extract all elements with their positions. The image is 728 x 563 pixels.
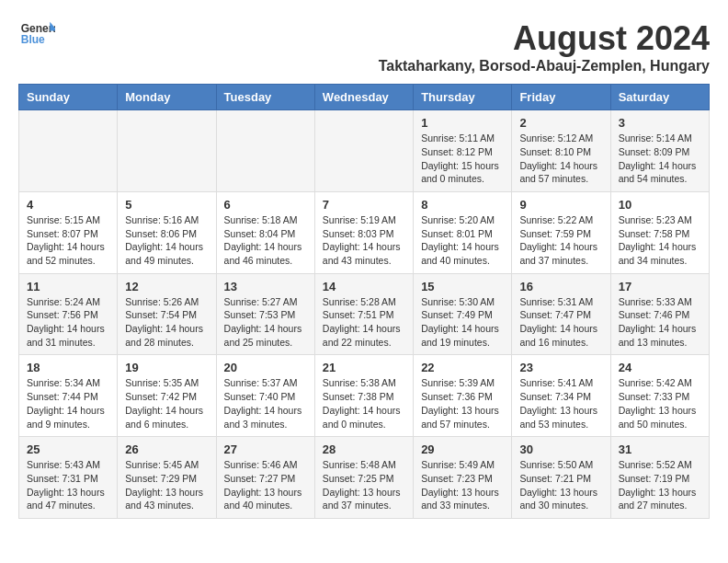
day-info: Sunrise: 5:46 AM Sunset: 7:27 PM Dayligh… <box>224 458 307 512</box>
calendar-cell: 25Sunrise: 5:43 AM Sunset: 7:31 PM Dayli… <box>19 437 118 519</box>
calendar-cell: 31Sunrise: 5:52 AM Sunset: 7:19 PM Dayli… <box>610 437 709 519</box>
day-number: 27 <box>224 442 307 456</box>
calendar-cell: 21Sunrise: 5:38 AM Sunset: 7:38 PM Dayli… <box>314 355 413 437</box>
day-number: 3 <box>619 116 701 130</box>
day-info: Sunrise: 5:33 AM Sunset: 7:46 PM Dayligh… <box>619 295 701 350</box>
calendar-cell: 28Sunrise: 5:48 AM Sunset: 7:25 PM Dayli… <box>314 437 413 519</box>
day-info: Sunrise: 5:50 AM Sunset: 7:21 PM Dayligh… <box>519 458 602 512</box>
day-info: Sunrise: 5:49 AM Sunset: 7:23 PM Dayligh… <box>421 458 504 512</box>
calendar-week-row: 11Sunrise: 5:24 AM Sunset: 7:56 PM Dayli… <box>19 273 710 355</box>
calendar-cell: 22Sunrise: 5:39 AM Sunset: 7:36 PM Dayli… <box>414 355 512 437</box>
calendar-cell: 30Sunrise: 5:50 AM Sunset: 7:21 PM Dayli… <box>512 437 610 519</box>
day-info: Sunrise: 5:48 AM Sunset: 7:25 PM Dayligh… <box>323 458 405 512</box>
calendar-cell: 6Sunrise: 5:18 AM Sunset: 8:04 PM Daylig… <box>216 191 314 273</box>
day-number: 23 <box>519 361 602 374</box>
day-number: 20 <box>224 361 307 374</box>
title-section: August 2024 Taktaharkany, Borsod-Abauj-Z… <box>379 18 710 75</box>
calendar-cell: 3Sunrise: 5:14 AM Sunset: 8:09 PM Daylig… <box>610 110 709 192</box>
day-info: Sunrise: 5:42 AM Sunset: 7:33 PM Dayligh… <box>619 376 701 431</box>
day-number: 6 <box>224 198 307 212</box>
day-info: Sunrise: 5:35 AM Sunset: 7:42 PM Dayligh… <box>125 376 208 431</box>
day-number: 22 <box>421 361 504 374</box>
calendar-cell: 19Sunrise: 5:35 AM Sunset: 7:42 PM Dayli… <box>118 355 216 437</box>
weekday-header-tuesday: Tuesday <box>216 85 314 110</box>
day-number: 31 <box>619 442 701 456</box>
weekday-header-row: SundayMondayTuesdayWednesdayThursdayFrid… <box>19 85 710 110</box>
day-number: 21 <box>323 361 405 374</box>
weekday-header-wednesday: Wednesday <box>314 85 413 110</box>
day-number: 13 <box>224 280 307 293</box>
calendar-cell <box>19 110 118 192</box>
day-info: Sunrise: 5:31 AM Sunset: 7:47 PM Dayligh… <box>519 295 602 350</box>
day-info: Sunrise: 5:19 AM Sunset: 8:03 PM Dayligh… <box>323 213 405 268</box>
calendar-cell: 1Sunrise: 5:11 AM Sunset: 8:12 PM Daylig… <box>414 110 512 192</box>
day-info: Sunrise: 5:18 AM Sunset: 8:04 PM Dayligh… <box>224 213 307 268</box>
day-info: Sunrise: 5:22 AM Sunset: 7:59 PM Dayligh… <box>519 213 602 268</box>
day-info: Sunrise: 5:20 AM Sunset: 8:01 PM Dayligh… <box>421 213 504 268</box>
calendar-cell: 9Sunrise: 5:22 AM Sunset: 7:59 PM Daylig… <box>512 191 610 273</box>
calendar-cell: 17Sunrise: 5:33 AM Sunset: 7:46 PM Dayli… <box>610 273 709 355</box>
day-info: Sunrise: 5:12 AM Sunset: 8:10 PM Dayligh… <box>519 132 602 186</box>
calendar-cell <box>118 110 216 192</box>
calendar-week-row: 18Sunrise: 5:34 AM Sunset: 7:44 PM Dayli… <box>19 355 710 437</box>
day-number: 7 <box>323 198 405 212</box>
day-number: 25 <box>27 442 109 456</box>
calendar-cell: 4Sunrise: 5:15 AM Sunset: 8:07 PM Daylig… <box>19 191 118 273</box>
day-number: 18 <box>27 361 109 374</box>
day-info: Sunrise: 5:37 AM Sunset: 7:40 PM Dayligh… <box>224 376 307 431</box>
day-info: Sunrise: 5:23 AM Sunset: 7:58 PM Dayligh… <box>619 213 701 268</box>
day-number: 24 <box>619 361 701 374</box>
calendar-cell: 5Sunrise: 5:16 AM Sunset: 8:06 PM Daylig… <box>118 191 216 273</box>
location-title: Taktaharkany, Borsod-Abauj-Zemplen, Hung… <box>379 58 710 75</box>
day-info: Sunrise: 5:45 AM Sunset: 7:29 PM Dayligh… <box>125 458 208 512</box>
weekday-header-sunday: Sunday <box>19 85 118 110</box>
calendar-cell: 8Sunrise: 5:20 AM Sunset: 8:01 PM Daylig… <box>414 191 512 273</box>
page-header: General Blue August 2024 Taktaharkany, B… <box>18 18 710 75</box>
day-info: Sunrise: 5:28 AM Sunset: 7:51 PM Dayligh… <box>323 295 405 350</box>
calendar-cell: 16Sunrise: 5:31 AM Sunset: 7:47 PM Dayli… <box>512 273 610 355</box>
day-info: Sunrise: 5:39 AM Sunset: 7:36 PM Dayligh… <box>421 376 504 431</box>
day-number: 16 <box>519 280 602 293</box>
month-title: August 2024 <box>379 18 710 58</box>
weekday-header-monday: Monday <box>118 85 216 110</box>
logo: General Blue <box>18 18 55 46</box>
day-number: 19 <box>125 361 208 374</box>
day-info: Sunrise: 5:30 AM Sunset: 7:49 PM Dayligh… <box>421 295 504 350</box>
day-info: Sunrise: 5:52 AM Sunset: 7:19 PM Dayligh… <box>619 458 701 512</box>
day-number: 12 <box>125 280 208 293</box>
day-info: Sunrise: 5:41 AM Sunset: 7:34 PM Dayligh… <box>519 376 602 431</box>
calendar-week-row: 25Sunrise: 5:43 AM Sunset: 7:31 PM Dayli… <box>19 437 710 519</box>
day-info: Sunrise: 5:14 AM Sunset: 8:09 PM Dayligh… <box>619 132 701 186</box>
day-number: 30 <box>519 442 602 456</box>
calendar-cell: 24Sunrise: 5:42 AM Sunset: 7:33 PM Dayli… <box>610 355 709 437</box>
day-number: 9 <box>519 198 602 212</box>
day-info: Sunrise: 5:34 AM Sunset: 7:44 PM Dayligh… <box>27 376 109 431</box>
day-number: 28 <box>323 442 405 456</box>
day-number: 2 <box>519 116 602 130</box>
calendar-table: SundayMondayTuesdayWednesdayThursdayFrid… <box>18 84 710 519</box>
day-info: Sunrise: 5:27 AM Sunset: 7:53 PM Dayligh… <box>224 295 307 350</box>
calendar-cell: 23Sunrise: 5:41 AM Sunset: 7:34 PM Dayli… <box>512 355 610 437</box>
calendar-cell: 13Sunrise: 5:27 AM Sunset: 7:53 PM Dayli… <box>216 273 314 355</box>
calendar-body: 1Sunrise: 5:11 AM Sunset: 8:12 PM Daylig… <box>19 110 710 519</box>
day-info: Sunrise: 5:11 AM Sunset: 8:12 PM Dayligh… <box>421 132 504 186</box>
weekday-header-friday: Friday <box>512 85 610 110</box>
day-info: Sunrise: 5:43 AM Sunset: 7:31 PM Dayligh… <box>27 458 109 512</box>
day-number: 14 <box>323 280 405 293</box>
calendar-cell: 14Sunrise: 5:28 AM Sunset: 7:51 PM Dayli… <box>314 273 413 355</box>
calendar-cell: 26Sunrise: 5:45 AM Sunset: 7:29 PM Dayli… <box>118 437 216 519</box>
day-number: 4 <box>27 198 109 212</box>
calendar-cell: 2Sunrise: 5:12 AM Sunset: 8:10 PM Daylig… <box>512 110 610 192</box>
calendar-cell: 11Sunrise: 5:24 AM Sunset: 7:56 PM Dayli… <box>19 273 118 355</box>
calendar-cell: 12Sunrise: 5:26 AM Sunset: 7:54 PM Dayli… <box>118 273 216 355</box>
calendar-week-row: 1Sunrise: 5:11 AM Sunset: 8:12 PM Daylig… <box>19 110 710 192</box>
day-info: Sunrise: 5:24 AM Sunset: 7:56 PM Dayligh… <box>27 295 109 350</box>
day-info: Sunrise: 5:38 AM Sunset: 7:38 PM Dayligh… <box>323 376 405 431</box>
calendar-cell: 20Sunrise: 5:37 AM Sunset: 7:40 PM Dayli… <box>216 355 314 437</box>
calendar-cell <box>216 110 314 192</box>
calendar-cell: 7Sunrise: 5:19 AM Sunset: 8:03 PM Daylig… <box>314 191 413 273</box>
calendar-cell: 15Sunrise: 5:30 AM Sunset: 7:49 PM Dayli… <box>414 273 512 355</box>
day-number: 29 <box>421 442 504 456</box>
calendar-cell: 18Sunrise: 5:34 AM Sunset: 7:44 PM Dayli… <box>19 355 118 437</box>
day-number: 8 <box>421 198 504 212</box>
